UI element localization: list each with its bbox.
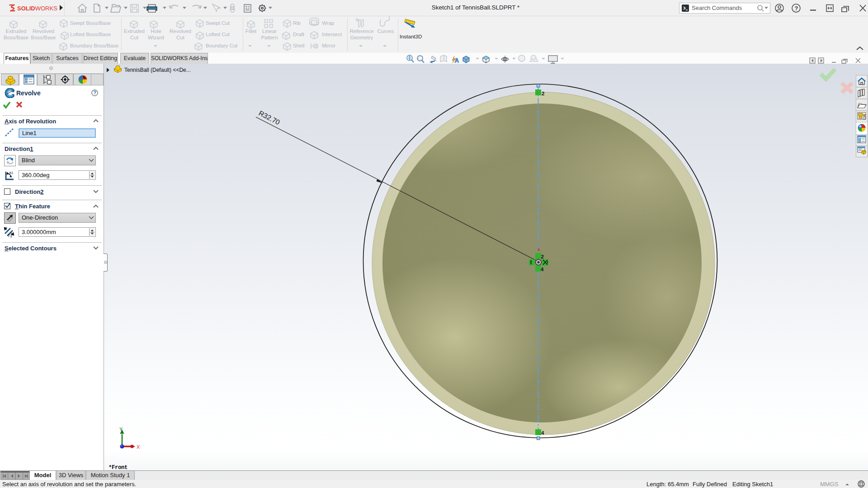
svg-text:SOLIDWORKS: SOLIDWORKS bbox=[17, 5, 57, 12]
svg-text:T1: T1 bbox=[8, 234, 12, 238]
svg-text:?: ? bbox=[94, 90, 96, 95]
svg-text:X: X bbox=[137, 444, 140, 450]
svg-text:A: A bbox=[455, 57, 459, 64]
svg-text:4: 4 bbox=[541, 430, 544, 436]
svg-text:?: ? bbox=[795, 5, 798, 12]
svg-text:4: 4 bbox=[541, 267, 544, 272]
svg-text:2: 2 bbox=[541, 254, 544, 259]
svg-text:*Front: *Front bbox=[108, 465, 127, 470]
svg-text:Y: Y bbox=[119, 427, 123, 432]
svg-text:A1: A1 bbox=[9, 171, 13, 175]
svg-text:2: 2 bbox=[542, 91, 544, 96]
